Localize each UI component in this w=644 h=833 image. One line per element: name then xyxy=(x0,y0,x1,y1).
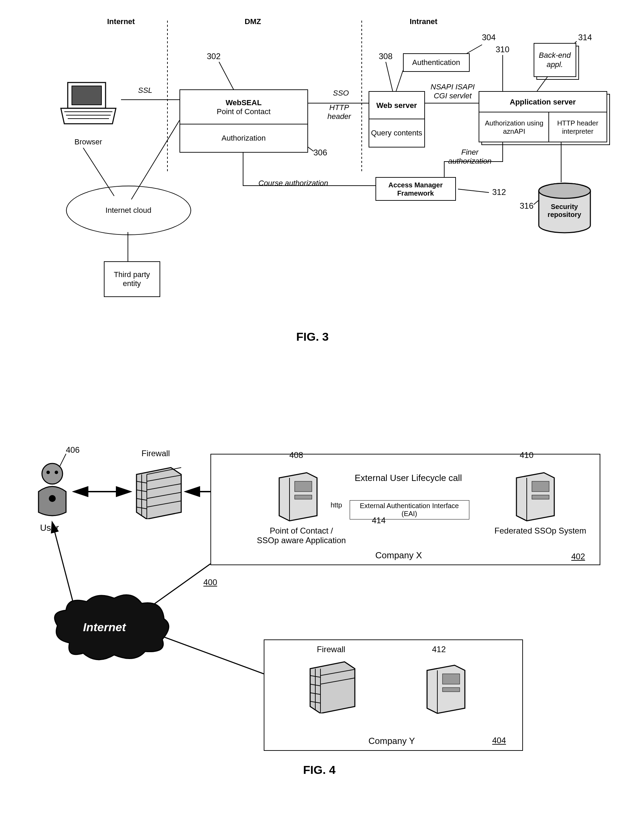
ssl-label: SSL xyxy=(138,86,153,95)
user-label: User xyxy=(40,523,59,533)
fig4-caption: FIG. 4 xyxy=(303,763,336,777)
browser-label: Browser xyxy=(75,138,103,146)
web-server-box: Web server xyxy=(369,91,425,120)
zone-dmz: DMZ xyxy=(245,17,261,26)
svg-rect-62 xyxy=(532,481,549,492)
http-interpreter-box: HTTP header interpreter xyxy=(548,112,607,142)
company-y-frame xyxy=(264,640,523,751)
eai-box: External Authentication Interface (EAI) xyxy=(350,500,469,519)
ext-call-label: External User Lifecycle call xyxy=(355,473,462,483)
authentication-box: Authentication xyxy=(403,53,470,72)
svg-point-41 xyxy=(47,471,50,474)
user-icon xyxy=(28,461,76,529)
company-x-label: Company X xyxy=(375,550,422,561)
sso-label: SSO xyxy=(320,89,362,98)
ref-410: 410 xyxy=(520,450,534,460)
svg-marker-20 xyxy=(61,108,116,124)
ref-304: 304 xyxy=(482,33,496,42)
app-server-box: Application server xyxy=(479,91,607,113)
ref-412: 412 xyxy=(432,645,446,654)
fssop-label: Federated SSOp System xyxy=(486,526,596,536)
ref-402: 402 xyxy=(572,552,585,561)
svg-rect-58 xyxy=(295,481,312,492)
ref-308: 308 xyxy=(379,51,393,61)
internet-cloud-icon: Internet xyxy=(49,591,172,667)
svg-line-8 xyxy=(396,71,403,91)
webseal-subtitle: Point of Contact xyxy=(217,107,270,116)
http-header-label: HTTP header xyxy=(317,103,362,121)
nsapi-label: NSAPI ISAPI CGI servlet xyxy=(430,82,475,100)
poc-server-icon xyxy=(269,464,327,533)
svg-line-32 xyxy=(52,523,73,601)
poc-label: Point of Contact / SSOp aware Applicatio… xyxy=(248,526,355,545)
ref-404: 404 xyxy=(493,736,506,745)
svg-rect-19 xyxy=(72,86,101,105)
http-label: http xyxy=(331,501,342,509)
ref-316: 316 xyxy=(520,201,534,211)
webseal-title: WebSEAL xyxy=(225,98,262,107)
web-server-block: Web server Query contents xyxy=(369,91,423,146)
ref-414: 414 xyxy=(372,516,386,525)
svg-point-40 xyxy=(42,463,63,484)
security-repo-icon: Security repository xyxy=(537,182,592,234)
ref-302: 302 xyxy=(207,51,221,61)
svg-marker-64 xyxy=(310,662,355,713)
browser-icon xyxy=(56,76,121,134)
svg-line-11 xyxy=(386,62,393,91)
azn-box: Authorization using aznAPI xyxy=(479,112,550,142)
zone-intranet: Intranet xyxy=(410,17,438,26)
svg-rect-59 xyxy=(295,495,312,499)
ref-406: 406 xyxy=(66,445,80,455)
company-y-label: Company Y xyxy=(369,736,415,746)
zone-internet: Internet xyxy=(107,17,135,26)
query-contents-box: Query contents xyxy=(369,119,425,148)
access-manager-box: Access Manager Framework xyxy=(375,177,456,201)
ref-400: 400 xyxy=(204,577,217,587)
fig3-caption: FIG. 3 xyxy=(296,330,329,343)
svg-rect-76 xyxy=(443,688,460,692)
firewall2-label: Firewall xyxy=(317,645,346,654)
svg-point-42 xyxy=(55,471,58,474)
course-auth-label: Course authorization xyxy=(259,179,328,188)
svg-rect-63 xyxy=(532,495,549,499)
ref-312: 312 xyxy=(493,187,506,197)
firewall2-icon xyxy=(303,655,362,717)
firewall-icon xyxy=(130,461,188,529)
svg-line-16 xyxy=(458,189,489,193)
authorization-box: Authorization xyxy=(179,124,308,153)
third-party-box: Third party entity xyxy=(104,261,160,297)
internet-cloud: Internet cloud xyxy=(66,186,191,235)
svg-rect-75 xyxy=(443,674,460,684)
finer-auth-label: Finer authorization xyxy=(444,148,496,166)
svg-point-43 xyxy=(49,495,56,502)
firewall-label: Firewall xyxy=(142,449,170,458)
ref-408: 408 xyxy=(290,450,303,460)
webseal-block: WebSEAL Point of Contact Authorization xyxy=(179,89,307,151)
fssop-server-icon xyxy=(506,464,565,533)
app-server-block: Application server Authorization using a… xyxy=(479,91,606,141)
server-y-icon xyxy=(417,657,475,722)
ref-314: 314 xyxy=(578,33,592,42)
svg-point-25 xyxy=(539,183,590,198)
ref-310: 310 xyxy=(496,45,510,54)
backend-box: Back-end appl. xyxy=(534,43,576,77)
ref-306: 306 xyxy=(314,148,327,158)
